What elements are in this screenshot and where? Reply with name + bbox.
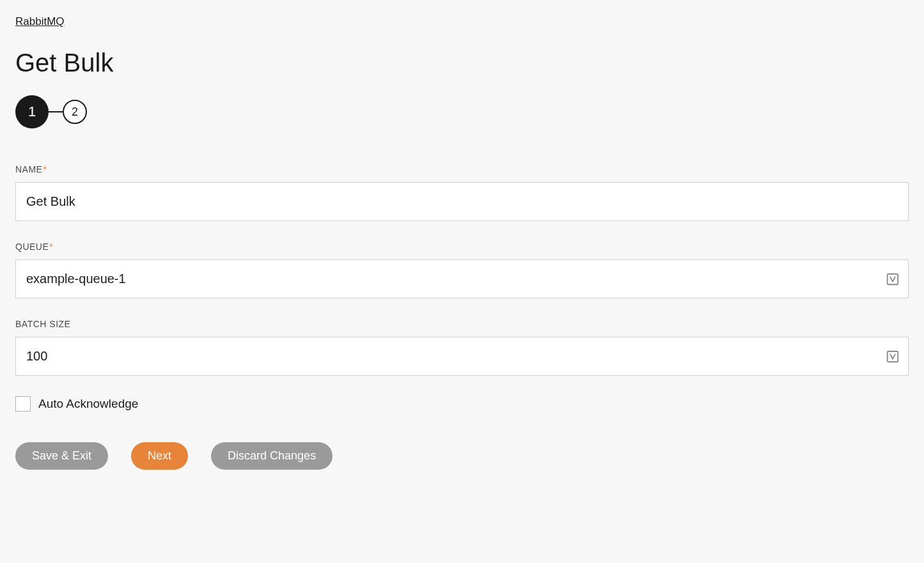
form-group-queue: QUEUE*	[15, 242, 909, 298]
auto-ack-label[interactable]: Auto Acknowledge	[38, 397, 138, 411]
stepper: 1 2	[15, 95, 909, 128]
step-2[interactable]: 2	[63, 100, 87, 124]
batch-size-label: BATCH SIZE	[15, 319, 909, 329]
variable-icon[interactable]	[886, 272, 900, 286]
svg-rect-1	[888, 351, 898, 362]
save-exit-button[interactable]: Save & Exit	[15, 442, 108, 470]
auto-ack-checkbox[interactable]	[15, 396, 31, 412]
form-group-batch-size: BATCH SIZE	[15, 319, 909, 376]
name-input[interactable]	[15, 182, 909, 221]
discard-changes-button[interactable]: Discard Changes	[211, 442, 333, 470]
breadcrumb-rabbitmq[interactable]: RabbitMQ	[15, 15, 65, 28]
next-button[interactable]: Next	[131, 442, 188, 470]
button-row: Save & Exit Next Discard Changes	[15, 442, 909, 470]
checkbox-group-auto-ack: Auto Acknowledge	[15, 396, 909, 412]
name-label-text: NAME	[15, 164, 42, 174]
step-connector	[49, 111, 63, 112]
required-mark: *	[43, 164, 47, 174]
svg-rect-0	[888, 274, 898, 284]
step-1[interactable]: 1	[15, 95, 49, 128]
queue-label: QUEUE*	[15, 242, 909, 252]
required-mark: *	[49, 242, 53, 252]
queue-label-text: QUEUE	[15, 242, 49, 252]
variable-icon[interactable]	[886, 350, 900, 364]
form-group-name: NAME*	[15, 164, 909, 221]
page-title: Get Bulk	[15, 49, 909, 77]
queue-input[interactable]	[15, 259, 909, 298]
batch-size-input[interactable]	[15, 337, 909, 376]
name-label: NAME*	[15, 164, 909, 174]
